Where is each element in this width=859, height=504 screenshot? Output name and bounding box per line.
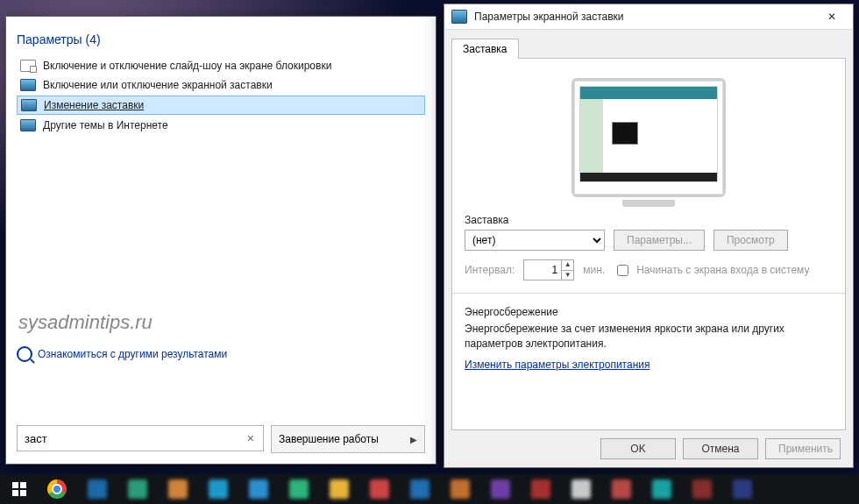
app-icon [128,479,147,499]
taskbar-item[interactable] [484,477,517,501]
saver-select[interactable]: (нет) [465,230,605,251]
params-button[interactable]: Параметры... [614,230,705,251]
monitor-icon [20,119,36,131]
app-icon [733,479,752,499]
taskbar-item[interactable] [524,477,557,501]
interval-unit: мин. [583,264,605,276]
taskbar-item[interactable] [323,477,356,501]
monitor-icon [20,79,36,91]
app-icon [88,479,107,499]
monitor-screen [579,86,718,182]
svg-rect-0 [12,482,18,488]
svg-rect-3 [20,490,26,496]
step-up-icon[interactable]: ▲ [561,260,573,270]
energy-link[interactable]: Изменить параметры электропитания [465,358,650,371]
monitor-preview [465,69,833,214]
taskbar-item[interactable] [242,477,275,501]
taskbar-item[interactable] [726,477,759,501]
search-body: Параметры (4) Включение и отключение сла… [6,17,436,416]
clear-icon[interactable]: × [244,431,258,445]
search-result-change-saver[interactable]: Изменение заставки [17,96,425,115]
divider [452,293,845,294]
monitor-icon [21,99,37,111]
taskbar-item[interactable] [645,477,678,501]
titlebar[interactable]: Параметры экранной заставки ✕ [444,4,853,30]
more-results-link[interactable]: Ознакомиться с другими результатами [17,346,425,362]
more-results-label: Ознакомиться с другими результатами [38,348,227,360]
chrome-icon [47,479,67,499]
apply-button[interactable]: Применить [765,438,841,459]
taskbar-item-chrome[interactable] [40,477,74,501]
energy-text: Энергосбережение за счет изменения яркос… [465,322,833,351]
app-icon [491,479,510,499]
windows-logo-icon [12,482,26,496]
interval-stepper[interactable]: ▲ ▼ [523,259,574,280]
search-icon [17,346,32,362]
app-icon [330,479,349,499]
app-icon [652,479,671,499]
chevron-right-icon[interactable]: ▶ [410,435,417,444]
search-result-label: Другие темы в Интернете [43,119,168,131]
app-icon [249,479,268,499]
step-down-icon[interactable]: ▼ [561,270,573,280]
app-icon [209,479,228,499]
interval-label: Интервал: [465,264,515,276]
app-icon [571,479,591,499]
preview-button[interactable]: Просмотр [713,230,788,251]
app-icon [531,479,550,499]
close-icon[interactable]: ✕ [814,7,849,26]
taskbar-item[interactable] [202,477,235,501]
taskbar-item[interactable] [121,477,154,501]
app-icon [410,479,430,499]
group-energy-label: Энергосбережение [465,306,833,318]
app-icon [451,479,470,499]
taskbar-item[interactable] [403,477,437,501]
search-input-wrap[interactable]: × [17,425,264,451]
search-results-list: Включение и отключение слайд-шоу на экра… [17,57,425,134]
dialog-footer: OK Отмена Применить [444,430,853,467]
taskbar-item[interactable] [161,477,195,501]
search-bottom-bar: × Завершение работы ▶ [6,416,436,464]
onresume-checkbox-wrap[interactable]: Начинать с экрана входа в систему [614,262,809,279]
taskbar[interactable] [0,474,859,504]
watermark-text: sysadmintips.ru [17,136,425,334]
taskbar-item[interactable] [363,477,396,501]
start-button[interactable] [5,477,33,501]
app-icon [451,10,467,24]
shutdown-button[interactable]: Завершение работы ▶ [271,425,425,453]
monitor-icon [571,78,726,197]
taskbar-item[interactable] [444,477,477,501]
search-result-saver-toggle[interactable]: Включение или отключение экранной застав… [17,76,425,94]
screensaver-window: Параметры экранной заставки ✕ Заставка З… [444,4,854,468]
taskbar-item[interactable] [81,477,114,501]
app-icon [692,479,712,499]
taskbar-item[interactable] [685,477,719,501]
taskbar-item[interactable] [605,477,638,501]
search-input[interactable] [23,431,244,446]
window-title: Параметры экранной заставки [474,11,814,23]
search-result-themes-online[interactable]: Другие темы в Интернете [17,117,425,134]
app-icon [289,479,309,499]
search-heading: Параметры (4) [17,24,425,57]
onresume-label: Начинать с экрана входа в систему [636,264,809,276]
svg-rect-2 [12,490,18,496]
tab-saver[interactable]: Заставка [451,39,519,59]
tab-strip: Заставка [444,30,853,58]
taskbar-item[interactable] [282,477,316,501]
slideshow-icon [20,60,36,72]
app-icon [370,479,389,499]
group-saver-label: Заставка [465,214,833,226]
svg-rect-1 [20,482,26,488]
interval-input[interactable] [524,263,561,277]
ok-button[interactable]: OK [600,438,676,459]
screensaver-content: Заставка (нет) Параметры... Просмотр Инт… [451,58,846,430]
taskbar-items [81,477,759,501]
onresume-checkbox[interactable] [617,265,628,276]
cancel-button[interactable]: Отмена [683,438,758,459]
app-icon [168,479,188,499]
taskbar-item[interactable] [564,477,598,501]
search-result-label: Изменение заставки [44,99,144,111]
app-icon [612,479,631,499]
search-result-label: Включение или отключение экранной застав… [43,79,273,91]
search-result-slideshow[interactable]: Включение и отключение слайд-шоу на экра… [17,57,425,75]
